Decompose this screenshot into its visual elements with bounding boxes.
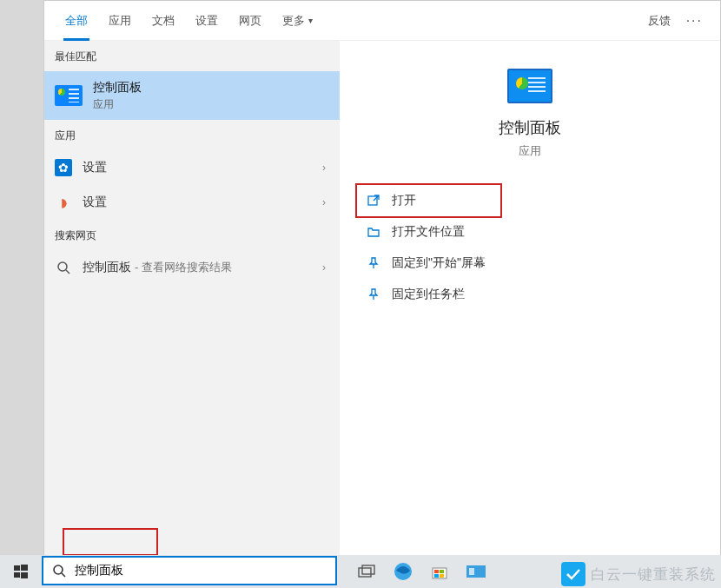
task-view-icon[interactable] [356, 561, 377, 582]
tab-all[interactable]: 全部 [55, 1, 98, 41]
web-header: 搜索网页 [44, 220, 340, 250]
list-item-label: 设置 [83, 195, 107, 210]
list-item-label: 设置 [83, 160, 107, 175]
list-item-suffix: - 查看网络搜索结果 [135, 260, 232, 275]
store-icon[interactable] [429, 561, 450, 582]
svg-rect-3 [14, 565, 20, 571]
action-pin-taskbar[interactable]: 固定到任务栏 [357, 279, 720, 310]
result-web-search[interactable]: 控制面板 - 查看网络搜索结果 › [44, 250, 340, 285]
svg-point-0 [58, 262, 67, 271]
svg-rect-9 [359, 568, 371, 577]
svg-rect-2 [368, 196, 377, 205]
chevron-right-icon: › [322, 261, 326, 274]
svg-rect-6 [21, 572, 28, 578]
chevron-down-icon: ▾ [308, 16, 313, 25]
result-title: 控制面板 [93, 80, 142, 96]
result-settings-1[interactable]: ✿ 设置 › [44, 150, 340, 185]
start-button[interactable] [0, 555, 42, 588]
action-label: 打开 [392, 193, 416, 208]
action-label: 打开文件位置 [392, 224, 465, 240]
result-control-panel[interactable]: 控制面板 应用 [44, 71, 340, 120]
result-subtitle: 应用 [93, 97, 142, 112]
svg-line-1 [66, 270, 69, 274]
tab-apps[interactable]: 应用 [98, 1, 142, 41]
svg-rect-13 [434, 570, 439, 573]
svg-rect-14 [440, 570, 444, 573]
tab-more[interactable]: 更多 ▾ [272, 1, 323, 41]
svg-rect-5 [14, 572, 20, 578]
open-icon [366, 193, 381, 208]
svg-rect-10 [362, 565, 374, 574]
action-pin-start[interactable]: 固定到"开始"屏幕 [357, 248, 720, 279]
details-panel: 控制面板 应用 打开 打开文件位置 [340, 41, 720, 555]
svg-rect-16 [440, 574, 444, 578]
pin-icon [366, 255, 381, 271]
details-title: 控制面板 [499, 117, 561, 138]
control-panel-icon [55, 85, 83, 106]
windows-icon [14, 565, 28, 578]
tab-more-label: 更多 [282, 13, 305, 29]
tab-settings[interactable]: 设置 [185, 1, 228, 41]
search-window: 全部 应用 文档 设置 网页 更多 ▾ 反馈 ··· 最佳匹配 控制面板 应用 … [43, 0, 721, 556]
search-input[interactable] [75, 564, 327, 578]
chevron-right-icon: › [322, 162, 326, 174]
tab-web[interactable]: 网页 [228, 1, 272, 41]
svg-line-8 [62, 573, 65, 577]
folder-icon [366, 224, 381, 240]
action-label: 固定到任务栏 [392, 287, 465, 302]
tabs-bar: 全部 应用 文档 设置 网页 更多 ▾ 反馈 ··· [44, 1, 720, 41]
details-subtitle: 应用 [519, 143, 541, 159]
control-panel-icon [507, 69, 552, 103]
action-label: 固定到"开始"屏幕 [392, 255, 486, 271]
results-panel: 最佳匹配 控制面板 应用 应用 ✿ 设置 › ◗ 设置 › 搜索网页 [44, 41, 340, 555]
edge-icon[interactable] [393, 561, 413, 582]
taskbar-search[interactable] [42, 556, 337, 585]
list-item-label: 控制面板 [83, 260, 131, 275]
feedback-link[interactable]: 反馈 [639, 13, 679, 29]
apps-header: 应用 [44, 120, 340, 150]
svg-rect-4 [21, 565, 28, 571]
result-settings-2[interactable]: ◗ 设置 › [44, 185, 340, 220]
search-icon [52, 564, 66, 578]
action-open-location[interactable]: 打开文件位置 [357, 216, 720, 248]
svg-point-7 [54, 565, 63, 574]
taskbar [0, 555, 721, 588]
app-icon[interactable] [466, 561, 486, 582]
svg-rect-15 [434, 574, 439, 578]
best-match-header: 最佳匹配 [44, 41, 340, 71]
search-icon [55, 259, 72, 276]
action-open[interactable]: 打开 [357, 185, 500, 216]
more-options-icon[interactable]: ··· [679, 13, 710, 29]
pin-icon [366, 287, 381, 302]
svg-rect-18 [469, 568, 474, 575]
tab-docs[interactable]: 文档 [142, 1, 185, 41]
chevron-right-icon: › [322, 196, 326, 208]
gear-icon: ◗ [55, 194, 72, 211]
gear-icon: ✿ [55, 159, 72, 176]
